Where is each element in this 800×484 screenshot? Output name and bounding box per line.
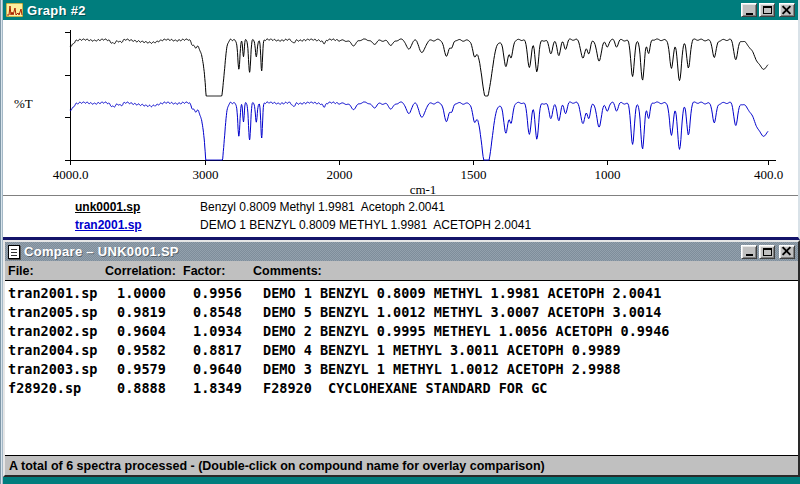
document-icon (8, 245, 20, 259)
compare-window: Compare – UNK0001.SP File: Correlation: … (3, 240, 800, 477)
compare-window-controls (739, 245, 795, 259)
comments-cell: DEMO 3 BENZYL 1 METHYL 1.0012 ACETOPH 2.… (263, 360, 798, 379)
comments-cell: DEMO 2 BENZYL 0.9995 METHEYL 1.0056 ACET… (263, 322, 798, 341)
spectrum-trace-tran2001.sp (70, 102, 768, 160)
legend-row-match: tran2001.sp DEMO 1 BENZYL 0.8009 METHYL … (3, 216, 798, 234)
factor-cell: 0.9640 (193, 360, 263, 379)
file-cell: tran2005.sp (8, 303, 117, 322)
column-header-correlation: Correlation: (105, 264, 183, 278)
status-bar: A total of 6 spectra processed - (Double… (5, 456, 798, 475)
svg-text:2000: 2000 (327, 167, 353, 182)
file-cell: tran2002.sp (8, 322, 117, 341)
svg-text:1500: 1500 (461, 167, 487, 182)
maximize-icon (763, 6, 772, 14)
factor-cell: 1.8349 (193, 379, 263, 398)
maximize-button[interactable] (759, 3, 775, 17)
graph-window: Graph #2 4000.03000200015001000400.0cm-1… (3, 0, 800, 240)
factor-cell: 1.0934 (193, 322, 263, 341)
table-row[interactable]: tran2002.sp0.96041.0934DEMO 2 BENZYL 0.9… (5, 322, 798, 341)
column-header-file: File: (8, 264, 105, 278)
file-cell: tran2003.sp (8, 360, 117, 379)
table-row[interactable]: tran2001.sp1.00000.9956DEMO 1 BENZYL 0.8… (5, 284, 798, 303)
minimize-button[interactable] (741, 3, 757, 17)
spectrum-chart-icon (6, 3, 23, 17)
correlation-cell: 1.0000 (117, 284, 193, 303)
compare-window-titlebar[interactable]: Compare – UNK0001.SP (5, 242, 798, 261)
svg-text:%T: %T (14, 96, 33, 111)
table-row[interactable]: tran2003.sp0.95790.9640DEMO 3 BENZYL 1 M… (5, 360, 798, 379)
svg-text:3000: 3000 (193, 167, 219, 182)
legend-description: Benzyl 0.8009 Methyl 1.9981 Acetoph 2.00… (200, 200, 445, 214)
factor-cell: 0.8817 (193, 341, 263, 360)
results-list: tran2001.sp1.00000.9956DEMO 1 BENZYL 0.8… (5, 281, 798, 456)
legend-row-unknown: unk0001.sp Benzyl 0.8009 Methyl 1.9981 A… (3, 198, 798, 216)
comments-cell: DEMO 1 BENZYL 0.8009 METHYL 1.9981 ACETO… (263, 284, 798, 303)
spectra-chart: 4000.03000200015001000400.0cm-1%T (3, 20, 800, 198)
correlation-cell: 0.9579 (117, 360, 193, 379)
maximize-button[interactable] (759, 245, 775, 259)
factor-cell: 0.8548 (193, 303, 263, 322)
column-header-comments: Comments: (253, 264, 798, 278)
correlation-cell: 0.9604 (117, 322, 193, 341)
graph-window-title: Graph #2 (27, 3, 86, 18)
status-text: A total of 6 spectra processed - (Double… (9, 459, 545, 473)
spectra-plot-area: 4000.03000200015001000400.0cm-1%T unk000… (3, 20, 798, 234)
factor-cell: 0.9956 (193, 284, 263, 303)
table-row[interactable]: tran2004.sp0.95820.8817DEMO 4 BENZYL 1 M… (5, 341, 798, 360)
correlation-cell: 0.9582 (117, 341, 193, 360)
svg-text:4000.0: 4000.0 (53, 167, 89, 182)
close-button[interactable] (779, 3, 795, 17)
close-button[interactable] (779, 245, 795, 259)
svg-text:1000: 1000 (595, 167, 621, 182)
file-cell: tran2001.sp (8, 284, 117, 303)
comments-cell: DEMO 4 BENZYL 1 METHYL 3.0011 ACETOPH 0.… (263, 341, 798, 360)
compare-window-title: Compare – UNK0001.SP (24, 244, 179, 259)
table-row[interactable]: f28920.sp0.88881.8349F28920 CYCLOHEXANE … (5, 379, 798, 398)
minimize-icon (746, 254, 753, 256)
minimize-button[interactable] (741, 245, 757, 259)
mdi-frame-left-edge (0, 0, 3, 484)
minimize-icon (746, 13, 753, 15)
correlation-cell: 0.8888 (117, 379, 193, 398)
close-icon (782, 247, 792, 256)
legend-description: DEMO 1 BENZYL 0.8009 METHYL 1.9981 ACETO… (200, 218, 531, 232)
column-header-factor: Factor: (183, 264, 253, 278)
spectra-legend: unk0001.sp Benzyl 0.8009 Methyl 1.9981 A… (3, 195, 798, 234)
file-cell: f28920.sp (8, 379, 117, 398)
comments-cell: DEMO 5 BENZYL 1.0012 METHYL 3.0007 ACETO… (263, 303, 798, 322)
close-icon (782, 6, 792, 15)
graph-window-controls (739, 3, 795, 17)
spectrum-trace-unk0001.sp (70, 39, 768, 96)
file-cell: tran2004.sp (8, 341, 117, 360)
legend-file-link[interactable]: tran2001.sp (3, 218, 200, 232)
graph-window-titlebar[interactable]: Graph #2 (3, 0, 798, 20)
correlation-cell: 0.9819 (117, 303, 193, 322)
comments-cell: F28920 CYCLOHEXANE STANDARD FOR GC (263, 379, 798, 398)
svg-text:400.0: 400.0 (754, 167, 783, 182)
legend-file-link[interactable]: unk0001.sp (3, 200, 200, 214)
table-row[interactable]: tran2005.sp0.98190.8548DEMO 5 BENZYL 1.0… (5, 303, 798, 322)
maximize-icon (763, 248, 772, 256)
results-column-headers: File: Correlation: Factor: Comments: (5, 261, 798, 281)
